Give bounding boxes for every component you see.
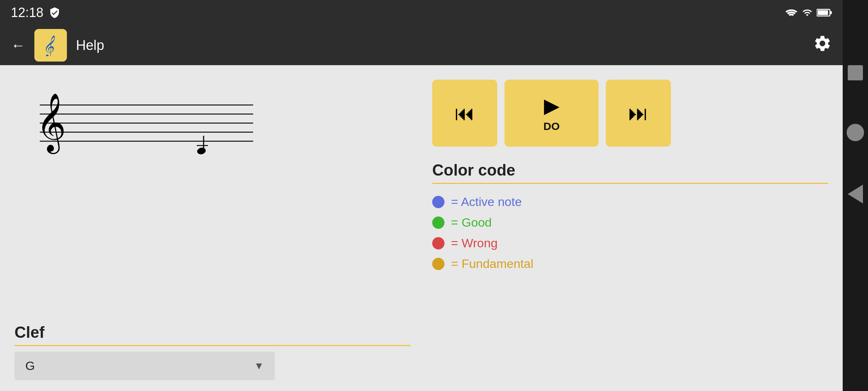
svg-rect-2 [830, 11, 832, 14]
left-panel: 𝄞 Clef G ▼ [14, 76, 410, 380]
active-note-label: = Active note [451, 195, 522, 209]
fundamental-label: = Fundamental [451, 257, 533, 271]
good-dot [432, 216, 444, 229]
prev-button[interactable]: ⏮ [432, 80, 497, 147]
nav-back-button[interactable] [848, 185, 863, 203]
android-nav-sidebar [843, 0, 868, 391]
prev-icon: ⏮ [455, 101, 475, 125]
clef-section: Clef G ▼ [14, 323, 410, 380]
nav-square-button[interactable] [848, 65, 863, 80]
color-code-divider [432, 183, 828, 184]
gear-icon [813, 34, 832, 53]
status-icons-right [785, 8, 832, 18]
next-icon: ⏭ [628, 101, 648, 125]
clef-value: G [25, 359, 35, 373]
next-button[interactable]: ⏭ [606, 80, 671, 147]
fundamental-dot [432, 258, 444, 270]
play-icon: ▶ [544, 94, 559, 117]
wifi-icon [785, 8, 798, 18]
signal-icon [802, 8, 812, 18]
list-item: = Wrong [432, 236, 828, 250]
app-logo: 𝄞 [34, 29, 67, 62]
phone-area: 12:18 ← 𝄞 [0, 0, 843, 391]
svg-point-11 [196, 147, 207, 155]
battery-icon [817, 8, 832, 18]
clef-dropdown[interactable]: G ▼ [14, 352, 275, 380]
nav-circle-button[interactable] [847, 124, 864, 141]
musical-staff: 𝄞 [14, 83, 260, 156]
treble-clef-logo: 𝄞 [40, 34, 61, 56]
color-items: = Active note = Good = Wrong [432, 189, 828, 271]
list-item: = Active note [432, 195, 828, 209]
svg-rect-1 [818, 10, 828, 15]
page-title: Help [76, 38, 104, 53]
status-time: 12:18 [11, 5, 43, 20]
color-code-title: Color code [432, 161, 828, 179]
svg-text:𝄞: 𝄞 [36, 94, 66, 154]
shield-icon [49, 7, 60, 18]
content-area: 𝄞 Clef G ▼ [0, 65, 843, 391]
svg-text:𝄞: 𝄞 [43, 35, 55, 56]
clef-title: Clef [14, 323, 410, 341]
clef-divider [14, 345, 410, 346]
active-note-dot [432, 196, 444, 208]
list-item: = Good [432, 215, 828, 230]
play-label: DO [544, 120, 560, 133]
app-bar: ← 𝄞 Help [0, 25, 843, 65]
right-panel: ⏮ ▶ DO ⏭ Color code = Active n [432, 76, 828, 380]
settings-button[interactable] [813, 34, 832, 56]
status-bar: 12:18 [0, 0, 843, 25]
wrong-label: = Wrong [451, 236, 498, 250]
wrong-dot [432, 237, 444, 249]
good-label: = Good [451, 215, 492, 230]
chevron-down-icon: ▼ [254, 360, 264, 372]
play-button[interactable]: ▶ DO [505, 80, 599, 147]
playback-buttons: ⏮ ▶ DO ⏭ [432, 76, 828, 147]
list-item: = Fundamental [432, 257, 828, 271]
staff-area: 𝄞 [14, 76, 410, 305]
color-code-section: Color code = Active note = Good [432, 161, 828, 271]
back-button[interactable]: ← [11, 37, 25, 54]
